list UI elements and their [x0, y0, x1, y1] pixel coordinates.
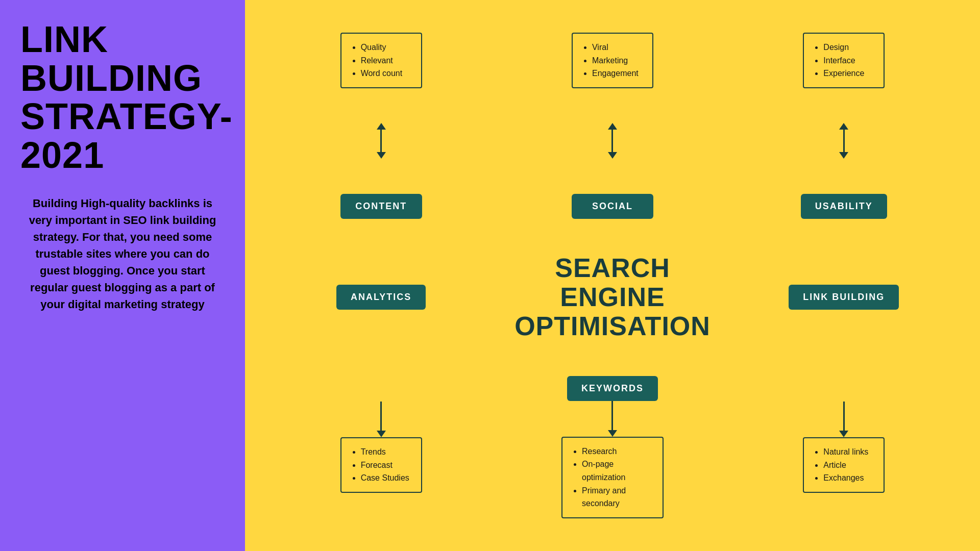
experience-item: Experience	[823, 67, 873, 80]
social-info-box: Viral Marketing Engagement	[572, 33, 653, 88]
marketing-item: Marketing	[592, 54, 642, 67]
col3-bottom-section: Natural links Article Exchanges	[728, 399, 960, 495]
usability-arrow	[839, 123, 848, 159]
social-arrow	[608, 123, 617, 159]
col2-bottom-section: KEYWORDS Research On-page optimization P…	[497, 374, 728, 520]
col1-bottom-section: Trends Forecast Case Studies	[265, 399, 497, 495]
engagement-item: Engagement	[592, 67, 642, 80]
naturallinks-item: Natural links	[823, 445, 873, 459]
col1-top-box-cell: Quality Relevant Word count	[265, 31, 497, 90]
usability-label-cell: USABILITY	[728, 192, 960, 221]
design-item: Design	[823, 41, 873, 54]
seo-title-line1: SEARCH ENGINE	[499, 254, 726, 312]
col3-top-box-cell: Design Interface Experience	[728, 31, 960, 90]
relevant-item: Relevant	[361, 54, 411, 67]
seo-center-cell: SEARCH ENGINE OPTIMISATION	[497, 252, 728, 343]
social-label: SOCIAL	[572, 194, 653, 219]
link-building-label: LINK BUILDING	[789, 285, 899, 310]
content-info-box: Quality Relevant Word count	[340, 33, 422, 88]
viral-item: Viral	[592, 41, 642, 54]
right-panel: Quality Relevant Word count Viral Market…	[245, 0, 980, 551]
usability-info-box: Design Interface Experience	[803, 33, 885, 88]
seo-title-line2: OPTIMISATION	[499, 312, 726, 341]
seo-title: SEARCH ENGINE OPTIMISATION	[499, 254, 726, 341]
left-panel: LINKBUILDINGSTRATEGY-2021 Building High-…	[0, 0, 245, 551]
main-title: LINKBUILDINGSTRATEGY-2021	[20, 20, 225, 174]
wordcount-item: Word count	[361, 67, 411, 80]
analytics-label-cell: ANALYTICS	[265, 283, 497, 312]
link-building-label-cell: LINK BUILDING	[728, 283, 960, 312]
article-item: Article	[823, 459, 873, 472]
quality-item: Quality	[361, 41, 411, 54]
col3-arrow-up-cell	[728, 121, 960, 161]
primary-item: Primary and secondary	[582, 484, 652, 510]
analytics-arrow-down	[377, 402, 386, 437]
keywords-arrow-down	[608, 401, 617, 437]
content-label-cell: CONTENT	[265, 192, 497, 221]
research-item: Research	[582, 445, 652, 458]
col1-arrow-up-cell	[265, 121, 497, 161]
content-label: CONTENT	[340, 194, 422, 219]
description: Building High-quality backlinks is very …	[20, 195, 225, 313]
linkbuilding-info-box: Natural links Article Exchanges	[803, 437, 885, 493]
diagram-grid: Quality Relevant Word count Viral Market…	[265, 15, 960, 536]
casestudies-item: Case Studies	[361, 471, 411, 485]
interface-item: Interface	[823, 54, 873, 67]
analytics-label: ANALYTICS	[336, 285, 426, 310]
trends-item: Trends	[361, 445, 411, 459]
keywords-label: KEYWORDS	[567, 376, 658, 401]
col2-arrow-up-cell	[497, 121, 728, 161]
col2-top-box-cell: Viral Marketing Engagement	[497, 31, 728, 90]
keywords-info-box: Research On-page optimization Primary an…	[561, 437, 664, 518]
usability-label: USABILITY	[801, 194, 887, 219]
onpage-item: On-page optimization	[582, 458, 652, 484]
analytics-info-box: Trends Forecast Case Studies	[340, 437, 422, 493]
social-label-cell: SOCIAL	[497, 192, 728, 221]
exchanges-item: Exchanges	[823, 471, 873, 485]
content-arrow	[377, 123, 386, 159]
forecast-item: Forecast	[361, 459, 411, 472]
linkbuilding-arrow-down	[839, 402, 848, 437]
